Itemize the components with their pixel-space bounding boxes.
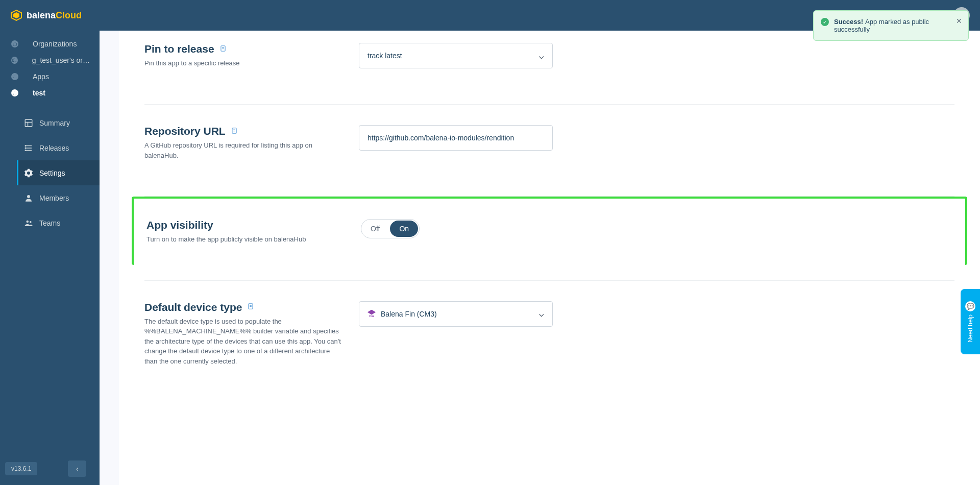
breadcrumb-label: Organizations [33, 40, 77, 48]
svg-point-19 [27, 220, 29, 223]
setting-default-device-type: Default device type The default device t… [144, 281, 954, 402]
document-icon[interactable] [219, 45, 227, 54]
sidebar-item-label: Settings [39, 169, 65, 177]
document-icon[interactable] [247, 303, 254, 311]
releases-icon [24, 143, 33, 153]
setting-description: Turn on to make the app publicly visible… [146, 234, 346, 245]
svg-point-20 [30, 221, 32, 223]
setting-pin-to-release: Pin to release Pin this app to a specifi… [144, 41, 954, 105]
toggle-on[interactable]: On [390, 221, 418, 237]
toast-title: Success! [834, 18, 863, 26]
toggle-off[interactable]: Off [361, 220, 389, 238]
breadcrumb-org-name[interactable]: g_test_user's orga… [0, 52, 100, 68]
pin-release-select[interactable]: track latest ⌵ [359, 43, 553, 68]
repository-url-input[interactable]: https://github.com/balena-io-modules/ren… [359, 125, 553, 151]
svg-point-16 [25, 148, 26, 149]
breadcrumb-label: Apps [33, 72, 49, 81]
visibility-toggle[interactable]: Off On [361, 219, 420, 238]
settings-content: Pin to release Pin this app to a specifi… [119, 31, 980, 485]
help-label: Need help [967, 314, 974, 343]
sidebar-item-summary[interactable]: Summary [17, 110, 100, 135]
sidebar-item-members[interactable]: Members [17, 185, 100, 210]
svg-marker-1 [13, 12, 19, 18]
setting-title: App visibility [146, 219, 213, 231]
sidebar-item-label: Releases [39, 144, 69, 152]
svg-point-15 [25, 145, 26, 146]
secondary-sidebar-gutter [100, 31, 119, 485]
gear-icon [24, 168, 33, 178]
users-icon [24, 219, 33, 228]
brand-text: balenaCloud [27, 10, 82, 21]
check-circle-icon: ✓ [821, 18, 829, 26]
svg-point-18 [27, 195, 30, 198]
sidebar-item-label: Members [39, 194, 69, 202]
sidebar-item-label: Summary [39, 119, 70, 127]
setting-title: Default device type [144, 301, 242, 313]
breadcrumb-apps[interactable]: A Apps [0, 68, 100, 85]
setting-repository-url: Repository URL A GitHub repository URL i… [144, 105, 954, 197]
sidebar-item-label: Teams [39, 219, 60, 227]
sidebar-item-teams[interactable]: Teams [17, 210, 100, 235]
sidebar: Organizations g_test_user's orga… A Apps [0, 31, 100, 485]
collapse-sidebar-button[interactable]: ‹ [68, 460, 86, 477]
breadcrumb-label: test [33, 89, 45, 97]
need-help-button[interactable]: 💬 Need help [961, 289, 980, 354]
breadcrumb-organizations[interactable]: Organizations [0, 36, 100, 52]
user-icon [24, 193, 33, 203]
close-icon[interactable]: ✕ [956, 17, 962, 25]
setting-title: Pin to release [144, 43, 214, 55]
chat-icon: 💬 [965, 301, 975, 311]
select-value: track latest [368, 52, 402, 60]
svg-rect-9 [25, 119, 32, 127]
summary-icon [24, 118, 33, 128]
svg-point-17 [25, 150, 26, 151]
setting-description: Pin this app to a specific release [144, 58, 344, 68]
setting-description: The default device type is used to popul… [144, 317, 344, 367]
setting-title: Repository URL [144, 125, 226, 137]
breadcrumb-label: g_test_user's orga… [32, 56, 92, 64]
balena-logo-icon [10, 9, 22, 21]
balena-fin-icon: Fin [368, 310, 376, 318]
chevron-down-icon: ⌵ [539, 309, 544, 319]
chevron-left-icon: ‹ [76, 465, 79, 473]
sidebar-item-settings[interactable]: Settings [17, 160, 100, 185]
setting-app-visibility: App visibility Turn on to make the app p… [132, 197, 967, 265]
select-value: Balena Fin (CM3) [381, 310, 437, 318]
setting-description: A GitHub repository URL is required for … [144, 140, 344, 160]
input-value: https://github.com/balena-io-modules/ren… [368, 134, 514, 142]
version-badge: v13.6.1 [5, 462, 37, 475]
success-toast: ✓ Success!App marked as public successfu… [813, 10, 969, 41]
logo[interactable]: balenaCloud [10, 9, 82, 21]
sidebar-item-releases[interactable]: Releases [17, 135, 100, 160]
breadcrumb-current-app[interactable]: A test [0, 85, 100, 101]
device-type-select[interactable]: Fin Balena Fin (CM3) ⌵ [359, 301, 553, 327]
document-icon[interactable] [231, 127, 238, 136]
chevron-down-icon: ⌵ [539, 51, 544, 61]
